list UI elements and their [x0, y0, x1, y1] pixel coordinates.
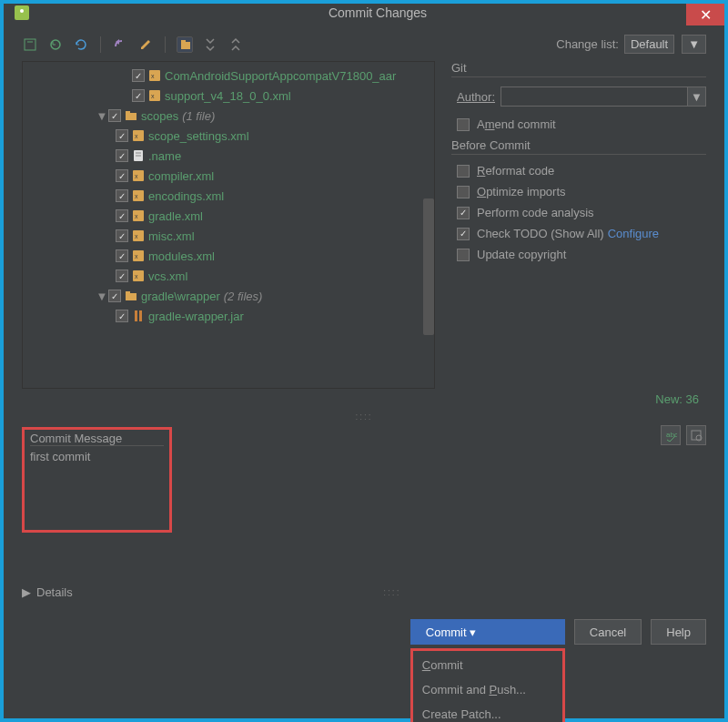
reformat-checkbox-row[interactable]: Reformat code — [451, 164, 706, 178]
tree-row[interactable]: ✓.name — [23, 146, 434, 166]
file-checkbox[interactable]: ✓ — [116, 310, 128, 322]
expand-arrow-icon[interactable]: ▼ — [96, 290, 108, 303]
file-label: ComAndroidSupportAppcompatV71800_aar — [165, 69, 396, 83]
svg-text:x: x — [135, 173, 138, 179]
file-checkbox[interactable]: ✓ — [108, 109, 121, 122]
tree-row[interactable]: ▼✓scopes(1 file) — [23, 106, 434, 126]
file-count-label: (2 files) — [224, 290, 263, 303]
show-diff-icon[interactable] — [22, 36, 38, 53]
svg-rect-33 — [139, 310, 142, 321]
file-checkbox[interactable]: ✓ — [132, 69, 145, 82]
svg-text:x: x — [135, 233, 138, 239]
file-checkbox[interactable]: ✓ — [116, 229, 128, 242]
file-checkbox[interactable]: ✓ — [116, 169, 128, 182]
window-title: Commit Changes — [31, 5, 724, 20]
details-toggle[interactable]: ▶ Details :::: — [22, 580, 706, 608]
copyright-label: Update copyright — [477, 248, 566, 261]
reformat-checkbox[interactable] — [457, 165, 470, 178]
analysis-label: Perform code analysis — [477, 206, 594, 219]
amend-commit-checkbox-row[interactable]: Amend commit — [451, 117, 706, 131]
author-dropdown-button[interactable]: ▼ — [688, 86, 706, 107]
svg-text:abc: abc — [666, 431, 677, 439]
tree-row[interactable]: ✓gradle-wrapper.jar — [23, 306, 434, 326]
tree-row[interactable]: ✓xencodings.xml — [23, 186, 434, 206]
file-checkbox[interactable]: ✓ — [116, 189, 128, 202]
todo-checkbox-row[interactable]: ✓ Check TODO (Show All) Configure — [451, 227, 706, 240]
details-label: Details — [36, 585, 73, 599]
commit-dropdown-menu: Commit Commit and Push... Create Patch..… — [410, 648, 565, 722]
tree-row[interactable]: ✓xvcs.xml — [23, 266, 434, 286]
svg-rect-30 — [126, 293, 136, 300]
commit-and-push-menu-item[interactable]: Commit and Push... — [413, 677, 562, 702]
xml-icon: x — [132, 189, 145, 202]
help-button[interactable]: Help — [651, 619, 706, 645]
tree-row[interactable]: ▼✓gradle\wrapper(2 files) — [23, 286, 434, 306]
xml-icon: x — [132, 129, 145, 142]
analysis-checkbox-row[interactable]: ✓ Perform code analysis — [451, 206, 706, 219]
change-list-label: Change list: — [556, 37, 619, 51]
optimize-checkbox[interactable] — [457, 186, 470, 198]
commit-menu-item[interactable]: Commit — [413, 653, 562, 677]
file-checkbox[interactable]: ✓ — [116, 269, 128, 282]
split-handle[interactable]: :::: — [22, 410, 706, 423]
file-checkbox[interactable]: ✓ — [116, 209, 128, 222]
xml-icon: x — [148, 69, 161, 82]
commit-button[interactable]: Commit ▾ — [410, 619, 565, 645]
commit-message-input[interactable]: first commit — [30, 446, 164, 528]
reformat-label: Reformat code — [477, 164, 554, 178]
analysis-checkbox[interactable]: ✓ — [457, 207, 470, 219]
commit-changes-dialog: Commit Changes ✕ Change list: Default — [4, 4, 724, 718]
tree-row[interactable]: ✓xcompiler.xml — [23, 166, 434, 186]
configure-link[interactable]: Configure — [608, 227, 659, 240]
file-count-label: (1 file) — [182, 109, 215, 123]
file-label: encodings.xml — [148, 189, 224, 203]
expand-arrow-icon[interactable]: ▼ — [96, 109, 108, 123]
file-checkbox[interactable]: ✓ — [116, 249, 128, 262]
undo-icon[interactable] — [112, 36, 128, 53]
tree-row[interactable]: ✓xComAndroidSupportAppcompatV71800_aar — [23, 66, 434, 86]
xml-icon: x — [132, 209, 145, 222]
tree-row[interactable]: ✓xmisc.xml — [23, 226, 434, 246]
author-input[interactable] — [500, 86, 688, 107]
file-checkbox[interactable]: ✓ — [116, 149, 128, 162]
todo-checkbox[interactable]: ✓ — [457, 228, 470, 240]
file-label: scope_settings.xml — [148, 129, 249, 143]
file-checkbox[interactable]: ✓ — [108, 290, 121, 302]
copyright-checkbox[interactable] — [457, 249, 470, 261]
close-button[interactable]: ✕ — [686, 4, 724, 25]
xml-icon: x — [132, 169, 145, 182]
tree-row[interactable]: ✓xgradle.xml — [23, 206, 434, 226]
spellcheck-icon[interactable]: abc — [661, 425, 681, 445]
file-label: .name — [148, 149, 181, 163]
copyright-checkbox-row[interactable]: Update copyright — [451, 248, 706, 261]
expand-all-icon[interactable] — [202, 36, 218, 53]
amend-commit-checkbox[interactable] — [457, 118, 470, 131]
optimize-checkbox-row[interactable]: Optimize imports — [451, 185, 706, 198]
tree-row[interactable]: ✓xmodules.xml — [23, 246, 434, 266]
cancel-button[interactable]: Cancel — [574, 619, 642, 645]
tree-row[interactable]: ✓xsupport_v4_18_0_0.xml — [23, 86, 434, 106]
svg-text:x: x — [135, 133, 138, 139]
change-list-combo[interactable]: Default — [624, 35, 674, 54]
folder-icon — [125, 290, 137, 302]
file-checkbox[interactable]: ✓ — [116, 129, 128, 142]
edit-icon[interactable] — [137, 36, 154, 53]
svg-rect-32 — [135, 310, 137, 321]
file-label: gradle.xml — [148, 209, 203, 223]
file-label: misc.xml — [148, 229, 195, 243]
group-by-directory-icon[interactable] — [177, 36, 193, 53]
file-checkbox[interactable]: ✓ — [132, 89, 145, 102]
svg-text:x: x — [135, 193, 138, 199]
history-icon[interactable] — [686, 425, 706, 445]
file-label: modules.xml — [148, 249, 215, 263]
collapse-all-icon[interactable] — [228, 36, 244, 53]
revert-icon[interactable] — [47, 36, 64, 53]
tree-row[interactable]: ✓xscope_settings.xml — [23, 126, 434, 146]
folder-icon — [125, 109, 137, 122]
tree-scrollbar[interactable] — [423, 198, 434, 335]
refresh-icon[interactable] — [73, 36, 89, 53]
file-label: gradle-wrapper.jar — [148, 310, 244, 323]
change-list-dropdown-button[interactable]: ▼ — [682, 35, 706, 54]
file-label: gradle\wrapper — [141, 290, 220, 303]
create-patch-menu-item[interactable]: Create Patch... — [413, 702, 562, 722]
